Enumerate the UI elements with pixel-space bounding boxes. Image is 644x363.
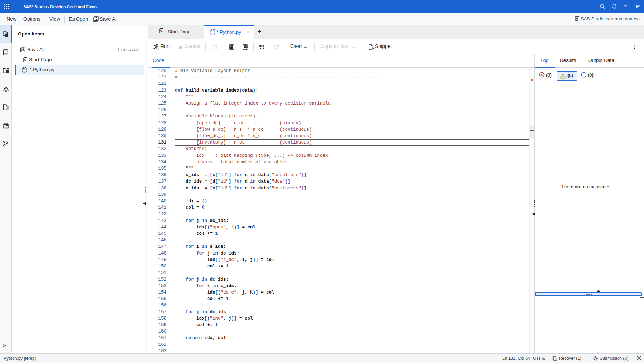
- svg-text:S: S: [160, 29, 162, 33]
- svg-text:S: S: [24, 58, 26, 62]
